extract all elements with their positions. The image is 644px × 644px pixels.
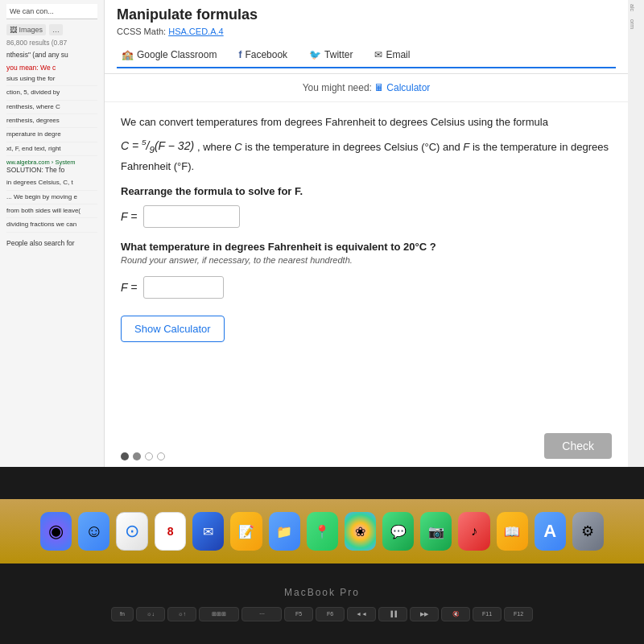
question-block: What temperature in degrees Fahrenheit i…	[121, 241, 612, 265]
result-item-4: renthesis, degrees	[6, 117, 97, 128]
formula-block: C = 5/9(F − 32) , where C is the tempera…	[121, 137, 612, 175]
dock-icon-files[interactable]: 📁	[269, 512, 300, 551]
google-classroom-icon: 🏫	[122, 49, 134, 60]
calculator-label: Calculator	[386, 82, 430, 93]
result-count: 86,800 results (0.87	[6, 39, 97, 47]
key-vol-down[interactable]: F11	[473, 607, 502, 621]
result-item-3: renthesis, where C	[6, 103, 97, 114]
dot-2	[133, 452, 141, 460]
twitter-label: Twitter	[324, 49, 353, 60]
ccss-line: CCSS Math: HSA.CED.A.4	[117, 27, 616, 36]
dock-icon-siri[interactable]: ◉	[40, 512, 72, 551]
question-text: What temperature in degrees Fahrenheit i…	[121, 241, 612, 253]
solution-item-2: ... We begin by moving e	[6, 193, 97, 204]
dot-3	[145, 452, 153, 460]
second-answer-row: F =	[121, 276, 612, 299]
f-equals-label-1: F =	[121, 210, 137, 223]
you-might-need-prefix: You might need:	[303, 82, 372, 93]
share-twitter[interactable]: 🐦 Twitter	[304, 46, 357, 64]
key-vol-up[interactable]: F12	[504, 607, 533, 621]
email-label: Email	[386, 49, 410, 60]
right-peek: alc orm	[628, 0, 644, 467]
intro-text: We can convert temperatures from degrees…	[121, 114, 612, 130]
keyboard-row-fn: fn ☼↓ ☼↑ ⊞⊞⊞ ⋯ F5 F6 ◄◄ ▐▐ ▶▶ 🔇 F11 F12	[111, 607, 533, 621]
right-peek-text-2: orm	[628, 15, 637, 33]
dock-icon-messages[interactable]: 💬	[382, 512, 414, 551]
google-search-bar: We can con...	[6, 4, 97, 19]
dock: ◉ ☺ ⊙ 8 ✉ 📝 📁 📍 ❀ 💬 📷 ♪ 📖 A ⚙	[0, 499, 644, 564]
key-brightness-down[interactable]: ☼↓	[136, 607, 165, 621]
key-mute[interactable]: 🔇	[441, 607, 470, 621]
question-sub: Round your answer, if necessary, to the …	[121, 255, 612, 265]
main-content: Manipulate formulas CCSS Math: HSA.CED.A…	[105, 0, 628, 467]
images-tab[interactable]: 🖼 Images	[6, 24, 46, 35]
key-mission-control[interactable]: ⊞⊞⊞	[199, 607, 239, 621]
key-launchpad[interactable]: ⋯	[242, 607, 282, 621]
f-answer-input-1[interactable]	[143, 205, 240, 228]
first-answer-row: F =	[121, 205, 612, 228]
key-brightness-kb-down[interactable]: F5	[284, 607, 313, 621]
calculator-link[interactable]: 🖩 Calculator	[374, 82, 430, 93]
show-calculator-button[interactable]: Show Calculator	[121, 316, 225, 342]
email-icon: ✉	[374, 49, 382, 60]
f-answer-input-2[interactable]	[143, 276, 224, 299]
key-fn[interactable]: fn	[111, 607, 134, 621]
keyboard-area: MacBook Pro fn ☼↓ ☼↑ ⊞⊞⊞ ⋯ F5 F6 ◄◄ ▐▐ ▶…	[0, 564, 644, 644]
formula-display: C = 5/9(F − 32)	[121, 139, 197, 152]
page-title: Manipulate formulas	[117, 6, 616, 23]
dock-icon-books[interactable]: 📖	[497, 512, 528, 551]
right-peek-text-1: alc	[628, 0, 637, 15]
dock-icon-maps[interactable]: 📍	[307, 512, 338, 551]
key-rewind[interactable]: ◄◄	[347, 607, 376, 621]
dock-icon-photos[interactable]: ❀	[345, 512, 376, 551]
share-bar: 🏫 Google Classroom f Facebook 🐦 Twitter …	[117, 43, 616, 68]
solution-label: SOLUTION: The fo	[6, 166, 97, 175]
dock-icon-facetime[interactable]: 📷	[420, 512, 452, 551]
macbook-label: MacBook Pro	[284, 587, 360, 598]
left-sidebar: We can con... 🖼 Images … 86,800 results …	[0, 0, 105, 467]
ccss-link[interactable]: HSA.CED.A.4	[168, 27, 223, 36]
google-classroom-label: Google Classroom	[137, 49, 217, 60]
dock-icon-mail[interactable]: ✉	[192, 512, 224, 551]
key-brightness-up[interactable]: ☼↑	[167, 607, 196, 621]
screen: We can con... 🖼 Images … 86,800 results …	[0, 0, 644, 467]
twitter-icon: 🐦	[309, 49, 321, 60]
check-button-container: Check	[544, 433, 612, 459]
you-might-need: You might need: 🖩 Calculator	[105, 74, 628, 102]
search-tabs: 🖼 Images …	[6, 24, 97, 35]
dot-1	[121, 452, 129, 460]
dock-icon-finder[interactable]: ☺	[78, 512, 109, 551]
key-fast-forward[interactable]: ▶▶	[410, 607, 439, 621]
facebook-icon: f	[238, 49, 242, 60]
check-button[interactable]: Check	[544, 433, 612, 459]
share-facebook[interactable]: f Facebook	[233, 46, 292, 64]
people-also-search: People also search for	[6, 239, 97, 247]
result-item-5: mperature in degre	[6, 130, 97, 142]
did-you-mean: you mean: We c	[6, 64, 97, 72]
dock-icon-settings[interactable]: ⚙	[572, 512, 604, 551]
f-equals-label-2: F =	[121, 281, 137, 294]
problem-content: We can convert temperatures from degrees…	[105, 102, 628, 446]
share-google-classroom[interactable]: 🏫 Google Classroom	[117, 46, 221, 64]
snippet-1: nthesis" (and any su	[6, 51, 97, 60]
key-play-pause[interactable]: ▐▐	[378, 607, 407, 621]
calculator-icon: 🖩	[374, 82, 384, 93]
key-brightness-kb-up[interactable]: F6	[316, 607, 345, 621]
content-header: Manipulate formulas CCSS Math: HSA.CED.A…	[105, 0, 628, 74]
solution-item-1: in degrees Celsius, C, t	[6, 179, 97, 190]
solution-item-4: dividing fractions we can	[6, 221, 97, 232]
dock-icon-music[interactable]: ♪	[458, 512, 489, 551]
result-item-1: sius using the for	[6, 75, 97, 86]
share-email[interactable]: ✉ Email	[369, 46, 415, 64]
facebook-label: Facebook	[245, 49, 287, 60]
result-item-6: xt, F, end text, right	[6, 145, 97, 156]
dock-icon-safari[interactable]: ⊙	[116, 512, 148, 551]
solution-item-3: from both sides will leave(	[6, 207, 97, 218]
dock-icon-calendar[interactable]: 8	[155, 512, 187, 551]
dock-icon-appstore[interactable]: A	[535, 512, 566, 551]
more-tab: …	[49, 24, 63, 35]
source-url: ww.algebra.com › System	[6, 159, 97, 166]
dock-icon-notes[interactable]: 📝	[230, 512, 262, 551]
dot-4	[157, 452, 165, 460]
rearrange-instruction: Rearrange the formula to solve for F.	[121, 185, 612, 197]
